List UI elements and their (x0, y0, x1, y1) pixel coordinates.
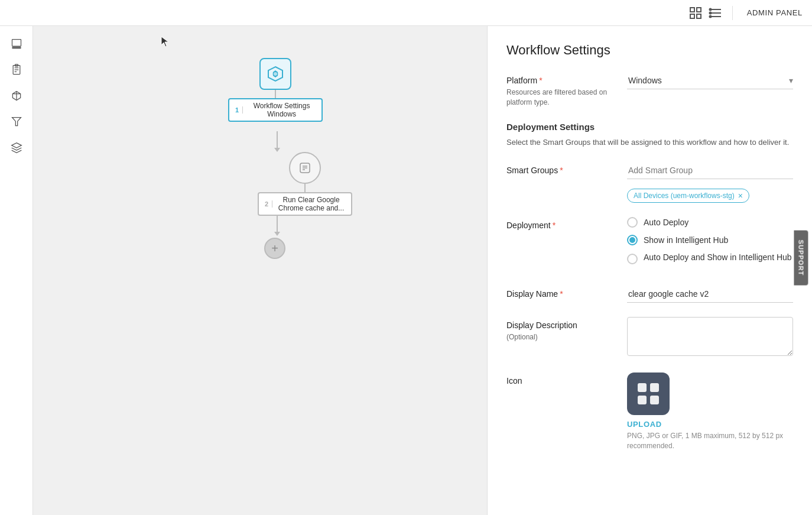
radio-show-hub-label: Show in Intelligent Hub (644, 235, 728, 245)
icon-preview (627, 373, 670, 415)
deployment-section: Deployment Settings Select the Smart Gro… (506, 122, 793, 148)
icon-label: Icon (506, 376, 613, 386)
radio-auto-and-show-circle (627, 254, 638, 264)
sidebar-icon-filter[interactable] (6, 111, 27, 132)
add-button-icon: + (271, 242, 278, 255)
icon-control: UPLOAD PNG, JPG or GIF, 1 MB maximum, 51… (627, 373, 793, 451)
smart-group-tag: All Devices (uem-workflows-stg) × (627, 189, 749, 203)
node-2-label: Run Clear GoogleChrome cache and... (277, 196, 345, 212)
display-desc-field-row: Display Description (Optional) (506, 317, 793, 358)
tag-label: All Devices (uem-workflows-stg) (634, 192, 735, 200)
cursor (160, 35, 172, 47)
deployment-options: Auto Deploy Show in Intelligent Hub Auto… (627, 217, 793, 271)
radio-auto-and-show-label: Auto Deploy and Show in Intelligent Hub (644, 252, 792, 262)
node-1-icon-box[interactable] (259, 58, 291, 90)
platform-field-row: Platform* Resources are filtered based o… (506, 72, 793, 108)
svg-rect-30 (650, 383, 659, 392)
display-desc-control (627, 317, 793, 358)
node-2-label-box[interactable]: 2 Run Clear GoogleChrome cache and... (258, 192, 352, 216)
diagram-icon[interactable] (688, 6, 703, 20)
svg-marker-20 (12, 118, 21, 126)
smart-groups-field-row: Smart Groups* All Devices (uem-workflows… (506, 162, 793, 203)
node-2-container: 2 Run Clear GoogleChrome cache and... (258, 152, 352, 216)
platform-dropdown[interactable]: Windows ▾ (627, 72, 793, 89)
divider (732, 6, 733, 20)
list-icon[interactable] (709, 6, 723, 20)
smart-group-input[interactable] (627, 162, 793, 179)
node-2-number: 2 (265, 200, 272, 208)
svg-point-9 (709, 15, 711, 17)
svg-rect-3 (697, 14, 701, 18)
svg-rect-2 (690, 14, 694, 18)
smart-groups-label: Smart Groups* (506, 166, 613, 175)
tag-close-button[interactable]: × (738, 191, 743, 200)
svg-point-8 (709, 12, 711, 14)
right-panel: Workflow Settings Platform* Resources ar… (487, 26, 812, 515)
node-1-label: Workflow SettingsWindows (248, 102, 316, 118)
radio-auto-deploy-label: Auto Deploy (644, 218, 688, 227)
smart-groups-label-col: Smart Groups* (506, 162, 613, 175)
svg-marker-22 (161, 37, 168, 47)
add-node-button[interactable]: + (264, 238, 285, 259)
sidebar-icon-clipboard[interactable] (6, 59, 27, 80)
add-button-circle[interactable]: + (264, 238, 285, 259)
platform-sublabel: Resources are filtered based on platform… (506, 88, 613, 108)
radio-auto-deploy-circle (627, 217, 638, 228)
connector-middle (274, 131, 280, 152)
radio-show-hub[interactable]: Show in Intelligent Hub (627, 235, 793, 245)
display-desc-label: Display Description (506, 320, 613, 330)
panel-title: Workflow Settings (506, 43, 793, 58)
canvas-area: 1 Workflow SettingsWindows (33, 26, 487, 515)
upload-button[interactable]: UPLOAD (627, 420, 793, 429)
line-1 (275, 90, 276, 98)
display-desc-textarea[interactable] (627, 317, 793, 356)
top-bar: ADMIN PANEL (0, 0, 812, 26)
sidebar-icon-stack[interactable] (6, 137, 27, 158)
display-name-label-col: Display Name* (506, 286, 613, 299)
toolbar-icons (688, 6, 723, 20)
icon-field-row: Icon UPLOAD PNG, JPG or GI (506, 373, 793, 451)
svg-rect-1 (697, 8, 701, 12)
svg-rect-29 (638, 383, 647, 392)
deployment-section-desc: Select the Smart Groups that will be ass… (506, 137, 793, 148)
svg-marker-21 (11, 143, 21, 148)
platform-value: Windows (627, 76, 662, 85)
svg-rect-0 (690, 8, 694, 12)
deployment-label-col: Deployment* (506, 217, 613, 230)
display-desc-label-col: Display Description (Optional) (506, 317, 613, 342)
support-tab[interactable]: SUPPORT (794, 230, 808, 285)
platform-label: Platform* (506, 76, 613, 85)
admin-panel-label: ADMIN PANEL (747, 8, 803, 17)
radio-auto-and-show[interactable]: Auto Deploy and Show in Intelligent Hub (627, 252, 793, 264)
sidebar-icon-layers[interactable] (6, 33, 27, 54)
deployment-field-row: Deployment* Auto Deploy Show in Intellig… (506, 217, 793, 271)
svg-point-24 (274, 72, 277, 76)
node-1-container: 1 Workflow SettingsWindows (228, 58, 323, 122)
radio-show-hub-circle (627, 235, 638, 245)
svg-point-7 (709, 8, 711, 10)
radio-auto-deploy[interactable]: Auto Deploy (627, 217, 793, 228)
node-2-icon[interactable] (289, 152, 321, 184)
sidebar-icon-box[interactable] (6, 85, 27, 106)
svg-rect-32 (650, 396, 659, 404)
node-1-number: 1 (235, 106, 243, 114)
svg-rect-10 (12, 40, 21, 47)
display-name-field-row: Display Name* (506, 286, 793, 303)
left-sidebar (0, 26, 33, 515)
connector-bottom (274, 215, 280, 236)
upload-hint: PNG, JPG or GIF, 1 MB maximum, 512 by 51… (627, 431, 793, 451)
deployment-section-title: Deployment Settings (506, 122, 793, 132)
svg-rect-31 (638, 396, 647, 404)
connector-1 (228, 90, 323, 98)
display-name-input[interactable] (627, 286, 793, 303)
platform-label-col: Platform* Resources are filtered based o… (506, 72, 613, 108)
main-layout: 1 Workflow SettingsWindows (0, 26, 812, 515)
smart-groups-control: All Devices (uem-workflows-stg) × (627, 162, 793, 203)
platform-control: Windows ▾ (627, 72, 793, 89)
smart-group-tags: All Devices (uem-workflows-stg) × (627, 184, 793, 203)
deployment-label: Deployment* (506, 221, 613, 230)
icon-label-col: Icon (506, 373, 613, 386)
platform-chevron-icon: ▾ (789, 76, 793, 85)
node-1-label-box[interactable]: 1 Workflow SettingsWindows (228, 98, 323, 122)
display-desc-optional: (Optional) (506, 332, 613, 342)
